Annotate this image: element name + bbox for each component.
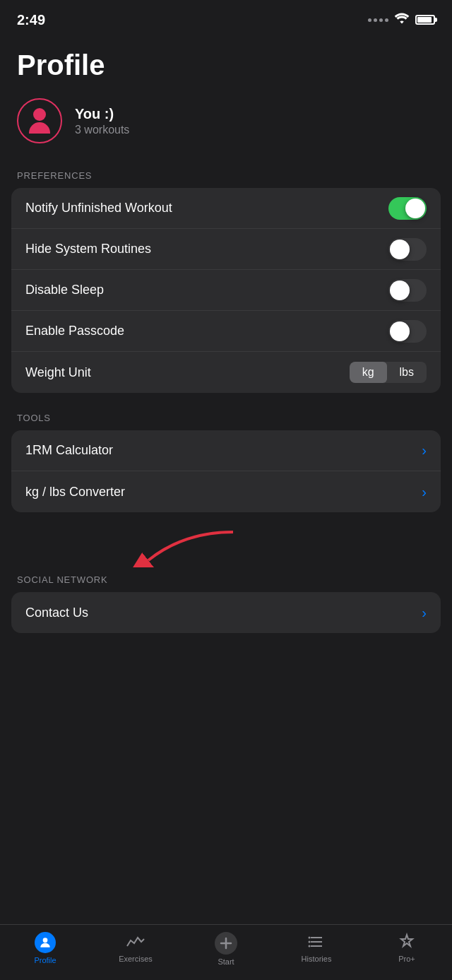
preferences-section-header: PREFERENCES — [0, 170, 452, 188]
notify-unfinished-workout-toggle[interactable] — [388, 197, 427, 220]
contact-us-chevron-icon: › — [422, 605, 427, 621]
status-time: 2:49 — [17, 12, 45, 28]
weight-unit-row[interactable]: Weight Unit kg lbs — [11, 352, 441, 393]
hide-system-routines-row[interactable]: Hide System Routines — [11, 229, 441, 270]
contact-us-label: Contact Us — [25, 606, 88, 620]
user-info: You :) 3 workouts — [75, 106, 129, 136]
disable-sleep-label: Disable Sleep — [25, 283, 104, 297]
contact-us-row[interactable]: Contact Us › — [11, 592, 441, 633]
kg-lbs-converter-chevron-icon: › — [422, 484, 427, 500]
battery-icon — [415, 15, 435, 25]
wifi-icon — [394, 13, 410, 28]
enable-passcode-row[interactable]: Enable Passcode — [11, 311, 441, 352]
tab-profile[interactable]: Profile — [17, 932, 73, 964]
status-icons — [368, 13, 435, 28]
annotation-arrow — [0, 525, 452, 567]
enable-passcode-label: Enable Passcode — [25, 324, 124, 338]
user-name: You :) — [75, 106, 129, 122]
signal-dots-icon — [368, 18, 388, 22]
user-profile-row[interactable]: You :) 3 workouts — [0, 98, 452, 163]
tools-card: 1RM Calculator › kg / lbs Converter › — [11, 430, 441, 512]
svg-point-8 — [309, 941, 311, 943]
tab-start-label: Start — [218, 957, 234, 966]
disable-sleep-toggle[interactable] — [388, 279, 427, 302]
tab-exercises[interactable]: Exercises — [107, 932, 164, 963]
preferences-card: Notify Unfinished Workout Hide System Ro… — [11, 188, 441, 393]
tab-profile-label: Profile — [34, 956, 56, 964]
kg-lbs-converter-label: kg / lbs Converter — [25, 485, 125, 500]
tab-histories-label: Histories — [302, 955, 332, 963]
1rm-calculator-chevron-icon: › — [422, 442, 427, 459]
enable-passcode-toggle[interactable] — [388, 320, 427, 343]
user-workouts: 3 workouts — [75, 124, 129, 136]
1rm-calculator-row[interactable]: 1RM Calculator › — [11, 430, 441, 471]
social-network-section-header: SOCIAL NETWORK — [0, 574, 452, 592]
weight-unit-selector[interactable]: kg lbs — [350, 362, 427, 383]
pro-tab-icon — [397, 932, 417, 952]
social-network-card: Contact Us › — [11, 592, 441, 633]
start-tab-icon — [215, 932, 237, 955]
notify-unfinished-workout-row[interactable]: Notify Unfinished Workout — [11, 188, 441, 229]
tab-exercises-label: Exercises — [119, 955, 153, 963]
avatar — [17, 98, 62, 143]
tab-pro[interactable]: Pro+ — [379, 932, 435, 963]
tab-start[interactable]: Start — [198, 932, 254, 966]
tab-bar: Profile Exercises Start Histories — [0, 924, 452, 980]
disable-sleep-row[interactable]: Disable Sleep — [11, 270, 441, 311]
histories-tab-icon — [307, 932, 326, 952]
weight-option-lbs[interactable]: lbs — [387, 362, 427, 383]
kg-lbs-converter-row[interactable]: kg / lbs Converter › — [11, 471, 441, 512]
hide-system-routines-toggle[interactable] — [388, 238, 427, 261]
tools-section-header: TOOLS — [0, 413, 452, 430]
status-bar: 2:49 — [0, 0, 452, 35]
svg-point-9 — [309, 945, 311, 947]
tab-pro-label: Pro+ — [398, 955, 415, 963]
weight-unit-label: Weight Unit — [25, 365, 91, 380]
1rm-calculator-label: 1RM Calculator — [25, 443, 113, 458]
hide-system-routines-label: Hide System Routines — [25, 242, 151, 256]
profile-tab-icon — [35, 932, 56, 953]
weight-option-kg[interactable]: kg — [350, 362, 387, 383]
notify-unfinished-workout-label: Notify Unfinished Workout — [25, 201, 172, 216]
svg-point-7 — [309, 937, 311, 939]
exercises-tab-icon — [126, 932, 145, 952]
svg-point-1 — [43, 938, 48, 943]
tab-histories[interactable]: Histories — [288, 932, 345, 963]
page-title: Profile — [0, 35, 452, 98]
